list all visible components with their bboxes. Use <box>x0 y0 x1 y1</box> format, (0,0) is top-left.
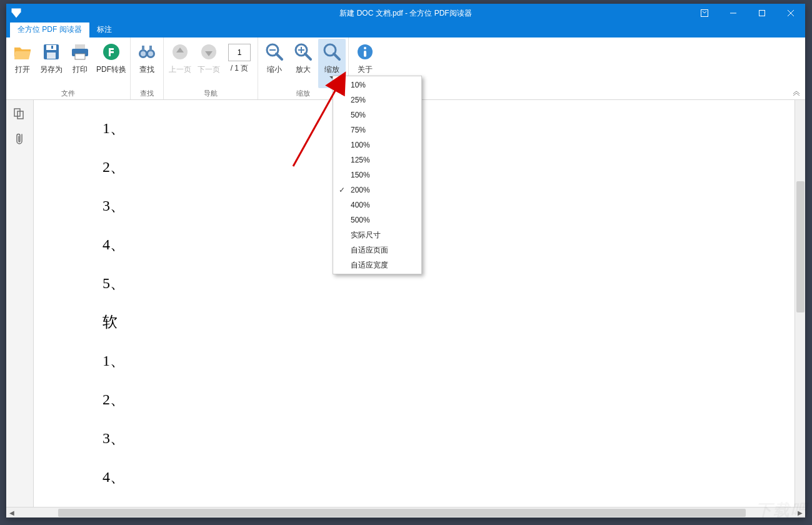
page-number-control: / 1 页 <box>224 39 255 88</box>
svg-point-18 <box>148 51 153 56</box>
scroll-track[interactable] <box>17 508 794 518</box>
titlebar: 新建 DOC 文档.pdf - 全方位 PDF阅读器 <box>6 4 805 22</box>
find-button[interactable]: 查找 <box>133 39 161 88</box>
save-icon <box>41 41 62 62</box>
page-number-input[interactable] <box>228 44 251 61</box>
arrow-up-icon <box>169 41 191 62</box>
zoom-menu-item-label: 自适应页面 <box>351 245 388 256</box>
zoom-menu-item-label: 100% <box>351 141 370 149</box>
svg-rect-11 <box>75 54 85 59</box>
zoom-dropdown-menu: 10%25%50%75%100%125%150%✓200%400%500%实际尺… <box>333 76 422 274</box>
zoom-menu-item-label: 75% <box>351 126 366 134</box>
svg-line-25 <box>305 54 311 59</box>
zoom-menu-item-label: 400% <box>351 201 370 209</box>
minimize-to-tray-button[interactable] <box>690 4 719 22</box>
zoom-menu-item[interactable]: 75% <box>333 122 421 138</box>
document-text-line: 4、 <box>103 225 125 264</box>
printer-icon <box>69 41 91 62</box>
print-button[interactable]: 打印 <box>66 39 94 88</box>
zoom-menu-item-label: 25% <box>351 96 366 104</box>
zoom-menu-item-label: 500% <box>351 216 370 224</box>
zoom-in-icon <box>293 41 314 62</box>
collapse-ribbon-button[interactable] <box>791 88 801 97</box>
zoom-out-icon <box>264 41 285 62</box>
zoom-menu-item[interactable]: 25% <box>333 92 421 108</box>
left-sidebar <box>6 100 34 507</box>
zoom-menu-item-label: 200% <box>351 186 370 194</box>
document-text-line: 软 <box>103 496 125 507</box>
document-text-line: 3、 <box>103 419 125 458</box>
pdf-convert-icon <box>101 41 122 62</box>
zoom-menu-item[interactable]: 自适应页面 <box>333 242 421 258</box>
horizontal-scrollbar[interactable]: ◀ ▶ <box>6 507 805 518</box>
document-text-line: 1、 <box>103 109 125 148</box>
arrow-down-icon <box>198 41 219 62</box>
zoom-menu-item-label: 自适应宽度 <box>351 260 388 271</box>
zoom-menu-item[interactable]: 实际尺寸 <box>333 228 421 242</box>
check-icon: ✓ <box>333 186 351 194</box>
ribbon-group-find: 查找 查找 <box>131 38 164 99</box>
zoom-menu-item[interactable]: 400% <box>333 198 421 212</box>
thumbnails-panel-button[interactable] <box>12 106 28 122</box>
tab-annotate[interactable]: 标注 <box>89 22 119 38</box>
horizontal-scroll-thumb[interactable] <box>58 509 746 517</box>
open-button[interactable]: 打开 <box>9 39 36 88</box>
zoom-menu-item[interactable]: 100% <box>333 138 421 152</box>
vertical-scroll-thumb[interactable] <box>796 181 804 312</box>
ribbon-group-file: 打开 另存为 打印 P <box>6 38 131 99</box>
svg-rect-15 <box>142 46 144 51</box>
save-as-button[interactable]: 另存为 <box>38 39 65 88</box>
zoom-menu-item-label: 50% <box>351 111 366 119</box>
zoom-menu-item[interactable]: 150% <box>333 168 421 182</box>
document-text-line: 5、 <box>103 264 125 302</box>
zoom-menu-item[interactable]: 500% <box>333 212 421 228</box>
folder-open-icon <box>12 41 33 62</box>
group-label-nav: 导航 <box>166 88 255 99</box>
zoom-menu-item-label: 125% <box>351 156 370 164</box>
document-text-line: 3、 <box>103 186 125 225</box>
zoom-menu-item[interactable]: 自适应宽度 <box>333 258 421 272</box>
minimize-button[interactable] <box>719 4 748 22</box>
maximize-button[interactable] <box>748 4 776 22</box>
document-text-line: 2、 <box>103 148 125 186</box>
window-controls <box>690 4 805 22</box>
zoom-menu-item[interactable]: ✓200% <box>333 182 421 198</box>
binoculars-icon <box>136 41 158 62</box>
ribbon-group-nav: 上一页 下一页 / 1 页 导航 <box>164 38 258 99</box>
prev-page-button[interactable]: 上一页 <box>166 39 194 88</box>
document-text-line: 1、 <box>103 341 125 380</box>
svg-rect-2 <box>759 11 765 16</box>
next-page-button[interactable]: 下一页 <box>195 39 223 88</box>
zoom-menu-item-label: 实际尺寸 <box>351 230 381 241</box>
document-page: 1、2、3、4、5、软1、2、3、4、软 <box>34 100 125 507</box>
zoom-out-button[interactable]: 缩小 <box>261 39 288 88</box>
zoom-menu-item[interactable]: 125% <box>333 152 421 168</box>
group-label-find: 查找 <box>133 88 161 99</box>
zoom-in-button[interactable]: 放大 <box>289 39 317 88</box>
attachments-panel-button[interactable] <box>12 131 28 148</box>
document-text-line: 2、 <box>103 380 125 419</box>
svg-rect-8 <box>51 46 53 49</box>
svg-rect-16 <box>149 46 152 51</box>
tab-reader[interactable]: 全方位 PDF 阅读器 <box>10 22 89 38</box>
pdf-convert-button[interactable]: PDF转换 <box>95 39 128 88</box>
svg-rect-7 <box>47 52 56 59</box>
zoom-menu-item-label: 150% <box>351 171 370 179</box>
close-button[interactable] <box>776 4 805 22</box>
window-title: 新建 DOC 文档.pdf - 全方位 PDF阅读器 <box>6 8 805 19</box>
svg-point-31 <box>364 47 366 49</box>
document-text-line: 软 <box>103 302 125 341</box>
ribbon-tabs: 全方位 PDF 阅读器 标注 <box>6 22 805 38</box>
svg-line-22 <box>276 54 282 59</box>
vertical-scrollbar[interactable] <box>794 100 805 507</box>
zoom-menu-item[interactable]: 10% <box>333 78 421 92</box>
zoom-menu-item-label: 10% <box>351 81 366 89</box>
app-logo-icon <box>9 6 24 21</box>
magnifier-icon <box>321 41 343 62</box>
group-label-file: 文件 <box>9 88 128 99</box>
svg-rect-9 <box>75 44 85 49</box>
scroll-left-button[interactable]: ◀ <box>6 508 17 518</box>
document-text-line: 4、 <box>103 458 125 496</box>
zoom-menu-item[interactable]: 50% <box>333 108 421 122</box>
watermark-text: 下载吧 <box>756 499 808 521</box>
